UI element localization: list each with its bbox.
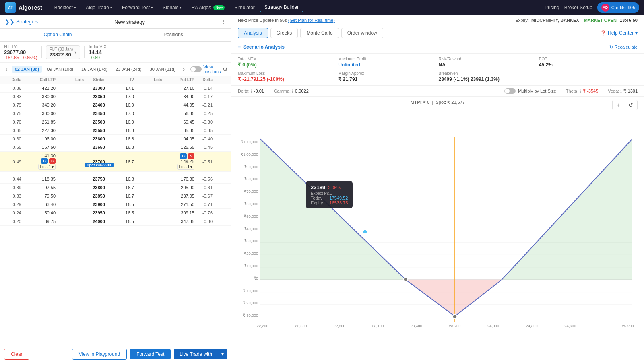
date-item-4[interactable]: 30 JAN (31d)	[147, 66, 179, 73]
tab-order-window[interactable]: Order window	[341, 28, 383, 38]
live-trade-group: Live Trade with ▾	[174, 349, 227, 359]
recalculate-button[interactable]: ↻ Recalculate	[609, 45, 638, 50]
settings-icon[interactable]: ⚙	[223, 66, 228, 72]
atm-row: 0.49 141.30 B S Lots 1 ▾ 2	[0, 152, 231, 172]
theta-greek: Theta: ℹ ₹ -3545	[566, 89, 598, 94]
tab-option-chain[interactable]: Option Chain	[0, 29, 116, 41]
nav-right: Pricing Broker Setup AD Credits: 905	[545, 2, 639, 13]
date-item-0[interactable]: 02 JAN (3d)	[12, 66, 43, 73]
india-vix-ticker: India VIX 14.14 +0.89	[89, 44, 107, 60]
date-item-3[interactable]: 23 JAN (24d)	[112, 66, 145, 73]
credits-badge[interactable]: AD Credits: 905	[597, 2, 639, 13]
fut-selector[interactable]: FUT (30 Jan) 23822.30 ▾	[46, 45, 80, 59]
tab-monte-carlo[interactable]: Monte Carlo	[300, 28, 339, 38]
table-row: 0.20 39.75 24000 16.5 347.35 -0.80	[0, 217, 231, 226]
zoom-in-button[interactable]: +	[613, 100, 624, 110]
put-sell-button[interactable]: S	[188, 153, 194, 159]
max-loss: Maximum Loss ₹ -21,791.25 (-100%)	[238, 71, 336, 82]
avatar: AD	[601, 4, 609, 12]
svg-text:₹70,000: ₹70,000	[244, 189, 258, 194]
tab-analysis[interactable]: Analysis	[238, 28, 268, 38]
right-panel: Next Price Update in 56s (Get Plan for R…	[231, 15, 644, 363]
put-lots-selector[interactable]: Lots 1 ▾	[177, 164, 194, 170]
info-icon: ℹ	[251, 89, 252, 93]
chart-area: MTM: ₹ 0 | Spot: ₹ 23,677 + ↺ ₹1,10,000 …	[231, 97, 644, 363]
app-logo[interactable]: AT AlgoTest	[5, 2, 42, 13]
nav-algo-trade[interactable]: Algo Trade ▾	[82, 3, 116, 12]
market-status: MARKET OPEN	[584, 18, 617, 23]
date-prev[interactable]: ‹	[3, 65, 10, 73]
app-name: AlgoTest	[19, 4, 42, 11]
refresh-icon: ↻	[609, 45, 613, 50]
more-icon[interactable]: ⋮	[221, 19, 226, 25]
nav-forward-test[interactable]: Forward Test ▾	[118, 3, 157, 12]
svg-text:₹-20,000: ₹-20,000	[243, 301, 258, 305]
top-nav: AT AlgoTest Backtest ▾ Algo Trade ▾ Forw…	[0, 0, 644, 15]
get-plan-link[interactable]: (Get Plan for Real-time)	[288, 18, 335, 23]
put-buy-button[interactable]: B	[180, 153, 187, 159]
new-badge: New	[213, 5, 225, 10]
left-panel: ❯❯ Strategies New strategy ⋮ Option Chai…	[0, 15, 231, 363]
forward-test-button[interactable]: Forward Test	[130, 349, 171, 359]
svg-text:₹10,000: ₹10,000	[244, 264, 258, 268]
help-center-button[interactable]: ❓ Help Center ▾	[600, 30, 638, 36]
date-next[interactable]: ›	[180, 65, 187, 73]
main-layout: ❯❯ Strategies New strategy ⋮ Option Chai…	[0, 15, 644, 363]
svg-text:24,000: 24,000	[487, 324, 499, 328]
svg-text:22,200: 22,200	[256, 324, 268, 328]
th-strike: Strike	[84, 78, 114, 82]
gamma-greek: Gamma: ℹ 0.0022	[274, 89, 309, 93]
vix-change: +0.89	[89, 55, 107, 60]
svg-text:23,400: 23,400	[411, 324, 422, 328]
call-lots-selector[interactable]: Lots 1 ▾	[38, 164, 56, 170]
option-chain-table: 0.86 421.20 23300 17.1 27.10 -0.14 0.83 …	[0, 84, 231, 345]
risk-reward: Risk/Reward NA	[439, 57, 537, 68]
broker-setup-link[interactable]: Broker Setup	[564, 5, 592, 10]
svg-text:₹1,00,000: ₹1,00,000	[241, 152, 258, 157]
chevron-down-icon: ▾	[110, 6, 112, 10]
live-trade-button[interactable]: Live Trade with	[174, 349, 218, 359]
info-icon: ℹ	[620, 89, 622, 93]
strategies-button[interactable]: ❯❯ Strategies	[5, 19, 38, 25]
clear-button[interactable]: Clear	[4, 349, 29, 360]
svg-text:₹20,000: ₹20,000	[244, 251, 258, 256]
date-item-1[interactable]: 09 JAN (10d)	[44, 66, 76, 73]
scenario-icon: ≡	[238, 44, 241, 50]
table-row: 0.75 300.00 23450 17.0 56.35 -0.25	[0, 109, 231, 118]
tab-positions[interactable]: Positions	[116, 29, 231, 41]
nav-simulator[interactable]: Simulator	[230, 3, 259, 12]
nav-backtest[interactable]: Backtest ▾	[50, 3, 80, 12]
pop: POP 45.2%	[539, 57, 638, 68]
live-trade-chevron[interactable]: ▾	[218, 349, 227, 359]
svg-text:₹-30,000: ₹-30,000	[243, 313, 258, 318]
vix-label: India VIX	[89, 44, 107, 49]
table-row: 0.79 340.20 23400 16.9 44.05 -0.21	[0, 101, 231, 109]
table-row: 0.24 50.40 23950 16.5 309.15 -0.76	[0, 209, 231, 217]
nav-ra-algos[interactable]: RA Algos New	[187, 3, 229, 12]
tab-greeks[interactable]: Greeks	[270, 28, 298, 38]
nav-strategy-builder[interactable]: Strategy Builder	[260, 3, 303, 12]
playground-button[interactable]: View in Playground	[72, 349, 127, 360]
view-positions-btn[interactable]: View positions	[203, 64, 221, 74]
vix-value: 14.14	[89, 49, 107, 55]
nav-signals[interactable]: Signals ▾	[159, 3, 186, 12]
credits-label: Credits: 905	[611, 5, 635, 10]
toggle-thumb	[191, 67, 196, 72]
multiply-toggle[interactable]: Multiply by Lot Size	[504, 88, 556, 94]
time-display: 13:46:50	[620, 18, 638, 23]
date-item-2[interactable]: 16 JAN (17d)	[78, 66, 111, 73]
payoff-chart: ₹1,10,000 ₹1,00,000 ₹90,000 ₹80,000 ₹70,…	[235, 109, 641, 363]
table-row: 0.33 79.50 23850 16.7 237.05 -0.67	[0, 192, 231, 200]
call-sell-button[interactable]: S	[49, 158, 56, 164]
zoom-reset-button[interactable]: ↺	[624, 100, 637, 110]
call-buy-button[interactable]: B	[41, 158, 48, 164]
svg-text:₹80,000: ₹80,000	[244, 177, 258, 181]
th-lots-call: Lots	[56, 78, 84, 82]
toggle-track[interactable]	[190, 66, 202, 72]
table-row: 0.86 421.20 23300 17.1 27.10 -0.14	[0, 84, 231, 93]
toggle-track[interactable]	[504, 88, 516, 94]
toggle-switch[interactable]	[190, 66, 202, 72]
analysis-tabs: Analysis Greeks Monte Carlo Order window…	[231, 25, 644, 41]
pricing-link[interactable]: Pricing	[545, 5, 559, 10]
right-top-bar: Next Price Update in 56s (Get Plan for R…	[231, 15, 644, 25]
